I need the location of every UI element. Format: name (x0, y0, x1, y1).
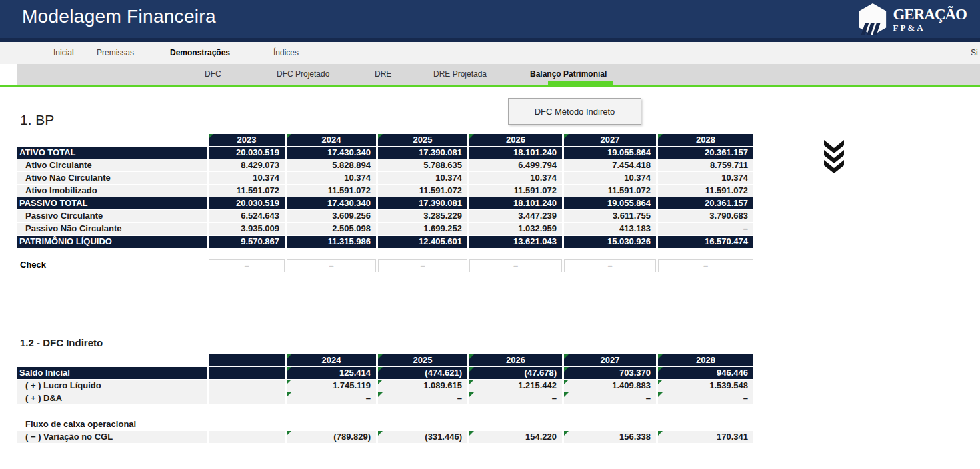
table-cell[interactable]: 1.032.959 (469, 223, 562, 235)
row-label[interactable]: PASSIVO TOTAL (17, 197, 207, 209)
table-cell[interactable]: 8.759.711 (658, 159, 753, 171)
year-header-cell[interactable]: 2027 (564, 134, 656, 146)
tab-dre-projetada[interactable]: DRE Projetada (433, 64, 487, 85)
table-cell[interactable]: 16.570.474 (658, 236, 753, 248)
table-cell[interactable]: 8.429.073 (209, 159, 285, 171)
nav-item-inicial[interactable]: Inicial (53, 42, 74, 64)
dfc-metodo-indireto-button[interactable]: DFC Método Indireto (508, 98, 641, 125)
table-cell[interactable]: 11.591.072 (658, 185, 753, 197)
year-header-cell[interactable]: 2028 (658, 354, 753, 366)
row-label[interactable]: PATRIMÔNIO LÍQUIDO (17, 236, 207, 248)
year-header-cell[interactable]: 2023 (209, 134, 285, 146)
table-cell[interactable]: 3.935.009 (209, 223, 285, 235)
nav-item-indices[interactable]: Índices (273, 42, 299, 64)
row-label[interactable]: ( − ) Variação no CGL (17, 431, 207, 443)
table-cell[interactable]: (789.829) (287, 431, 376, 443)
table-cell[interactable]: 9.570.867 (209, 236, 285, 248)
row-label[interactable]: ( + ) Lucro Líquido (17, 380, 207, 392)
table-cell[interactable]: 11.591.072 (469, 185, 562, 197)
tab-balanco-patrimonial[interactable]: Balanço Patrimonial (530, 64, 607, 85)
table-cell[interactable]: 15.030.926 (564, 236, 656, 248)
check-cell[interactable]: – (469, 259, 562, 272)
header-spacer-cell[interactable] (17, 354, 207, 366)
row-label[interactable]: Ativo Circulante (17, 159, 207, 171)
table-cell[interactable]: 6.524.643 (209, 210, 285, 222)
table-cell[interactable]: 3.285.229 (378, 210, 467, 222)
table-cell[interactable]: 156.338 (564, 431, 656, 443)
scroll-down-chevrons-icon[interactable] (823, 140, 845, 175)
check-cell[interactable]: – (658, 259, 753, 272)
table-cell[interactable]: 10.374 (287, 172, 376, 184)
table-cell[interactable]: – (287, 392, 376, 404)
table-cell[interactable]: 1.699.252 (378, 223, 467, 235)
table-cell[interactable]: – (564, 392, 656, 404)
table-cell[interactable]: 17.390.081 (378, 147, 467, 159)
table-cell[interactable] (209, 367, 285, 379)
year-header-cell[interactable]: 2028 (658, 134, 753, 146)
table-cell[interactable]: 11.591.072 (209, 185, 285, 197)
table-cell[interactable]: 11.591.072 (564, 185, 656, 197)
table-cell[interactable]: 703.370 (564, 367, 656, 379)
table-cell[interactable]: 20.361.157 (658, 147, 753, 159)
table-cell[interactable] (209, 431, 285, 443)
table-cell[interactable]: 17.430.340 (287, 197, 376, 209)
table-cell[interactable]: 6.499.794 (469, 159, 562, 171)
check-cell[interactable]: – (287, 259, 376, 272)
tab-dre[interactable]: DRE (375, 64, 391, 85)
table-cell[interactable]: 11.591.072 (287, 185, 376, 197)
table-cell[interactable]: (47.678) (469, 367, 562, 379)
table-cell[interactable]: – (658, 223, 753, 235)
check-cell[interactable]: – (378, 259, 467, 272)
year-header-cell[interactable]: 2024 (287, 134, 376, 146)
table-cell[interactable]: 10.374 (658, 172, 753, 184)
table-cell[interactable]: 20.361.157 (658, 197, 753, 209)
table-cell[interactable]: 10.374 (209, 172, 285, 184)
table-cell[interactable]: 1.539.548 (658, 380, 753, 392)
table-cell[interactable]: 11.315.986 (287, 236, 376, 248)
table-cell[interactable]: 7.454.418 (564, 159, 656, 171)
table-cell[interactable]: – (378, 392, 467, 404)
tab-dfc[interactable]: DFC (205, 64, 221, 85)
year-header-cell[interactable]: 2025 (378, 134, 467, 146)
table-cell[interactable]: 1.215.442 (469, 380, 562, 392)
table-cell[interactable]: 5.828.894 (287, 159, 376, 171)
year-header-cell[interactable]: 2026 (469, 354, 562, 366)
check-cell[interactable]: – (564, 259, 656, 272)
year-header-cell[interactable]: 2024 (287, 354, 376, 366)
table-cell[interactable]: 17.430.340 (287, 147, 376, 159)
table-cell[interactable]: 413.183 (564, 223, 656, 235)
year-header-cell[interactable]: 2026 (469, 134, 562, 146)
row-label[interactable]: Ativo Imobilizado (17, 185, 207, 197)
table-cell[interactable]: 10.374 (378, 172, 467, 184)
nav-item-clipped[interactable]: Si (971, 42, 978, 64)
row-label[interactable]: Saldo Inicial (17, 367, 207, 379)
year-header-cell[interactable]: 2025 (378, 354, 467, 366)
table-cell[interactable]: 19.055.864 (564, 197, 656, 209)
nav-item-premissas[interactable]: Premissas (97, 42, 134, 64)
table-cell[interactable]: 18.101.240 (469, 197, 562, 209)
year-header-cell[interactable] (209, 354, 285, 366)
table-cell[interactable]: 1.089.615 (378, 380, 467, 392)
table-cell[interactable]: – (658, 392, 753, 404)
table-cell[interactable]: 10.374 (469, 172, 562, 184)
table-cell[interactable]: 12.405.601 (378, 236, 467, 248)
row-label[interactable]: Ativo Não Circulante (17, 172, 207, 184)
table-cell[interactable]: (331.446) (378, 431, 467, 443)
row-label[interactable]: ATIVO TOTAL (17, 147, 207, 159)
year-header-cell[interactable]: 2027 (564, 354, 656, 366)
tab-dfc-projetado[interactable]: DFC Projetado (277, 64, 329, 85)
table-cell[interactable]: 2.505.098 (287, 223, 376, 235)
table-cell[interactable]: 13.621.043 (469, 236, 562, 248)
table-cell[interactable]: 1.409.883 (564, 380, 656, 392)
row-label[interactable]: ( + ) D&A (17, 392, 207, 404)
table-cell[interactable]: 10.374 (564, 172, 656, 184)
nav-item-demonstracoes[interactable]: Demonstrações (170, 42, 230, 64)
table-cell[interactable]: 19.055.864 (564, 147, 656, 159)
table-cell[interactable] (209, 392, 285, 404)
table-cell[interactable]: (474.621) (378, 367, 467, 379)
table-cell[interactable]: – (469, 392, 562, 404)
table-cell[interactable]: 170.341 (658, 431, 753, 443)
table-cell[interactable]: 125.414 (287, 367, 376, 379)
table-cell[interactable]: 20.030.519 (209, 197, 285, 209)
table-cell[interactable] (209, 380, 285, 392)
